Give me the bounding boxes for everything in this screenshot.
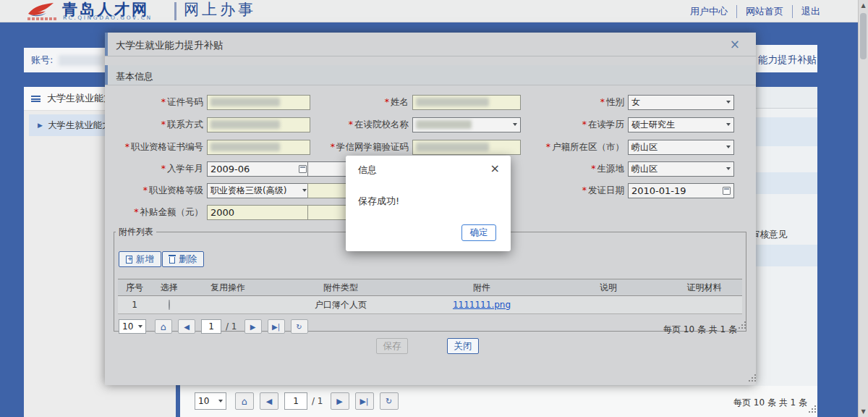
menu-icon (31, 96, 41, 102)
nav-site-home[interactable]: 网站首页 (736, 5, 783, 18)
gender-select[interactable]: 女 (628, 95, 734, 110)
cert-no-input[interactable] (207, 140, 310, 155)
chevron-down-icon (138, 325, 142, 328)
att-page-count: / 1 (226, 321, 237, 332)
bg-first-page-button[interactable]: ⌂ (235, 392, 254, 410)
issue-date-input[interactable]: 2010-01-19 (628, 183, 734, 198)
modal-title: 大学生就业能力提升补贴 (116, 39, 224, 52)
vertical-scrollbar[interactable]: ▲ ▼ (858, 0, 868, 417)
att-first-page-button[interactable]: ⌂ (155, 319, 172, 334)
att-prev-page-button[interactable]: ◀ (178, 319, 195, 334)
resize-grip-icon[interactable] (739, 327, 740, 329)
att-page-input[interactable]: 1 (201, 319, 221, 334)
header-nav: 用户中心 网站首页 退出 (690, 5, 820, 18)
background-pagination-bar: 10 ⌂ ◀ 1 / 1 ▶ ▶| ↻ 每页 10 条 共 1 条 (180, 386, 817, 417)
row-select-radio[interactable] (169, 300, 170, 310)
home-icon: ⌂ (161, 322, 166, 332)
bg-page-size-select[interactable]: 10 (195, 392, 226, 410)
origin-select[interactable]: 崂山区 (628, 161, 734, 177)
account-value-redacted (59, 55, 103, 66)
calendar-icon[interactable] (299, 165, 307, 173)
field-gender: 性别 女 (528, 94, 734, 110)
enroll-date-input[interactable]: 2009-06 (207, 161, 310, 177)
caret-right-icon: ▶ (38, 122, 43, 129)
attachment-table: 序号 选择 复用操作 附件类型 附件 说明 证明材料 1 户口簿个人页 1111… (118, 279, 742, 314)
field-cert-level: 职业资格等级 职业资格三级(高级) (114, 182, 310, 198)
field-name: 姓名 (307, 94, 521, 110)
att-next-page-button[interactable]: ▶ (244, 319, 262, 334)
refresh-icon: ↻ (386, 397, 392, 406)
attachment-list-legend: 附件列表 (116, 226, 156, 238)
bg-page-input[interactable]: 1 (284, 392, 307, 410)
dialog-message: 保存成功! (358, 195, 399, 208)
add-attachment-button[interactable]: 新增 (119, 251, 161, 267)
last-page-icon: ▶| (359, 397, 368, 406)
cert-level-select[interactable]: 职业资格三级(高级) (207, 183, 310, 198)
modal-close-icon[interactable]: × (730, 37, 740, 51)
resize-grip-icon[interactable] (809, 411, 810, 413)
dialog-close-icon[interactable]: × (490, 161, 500, 175)
brand-divider (174, 2, 176, 20)
chevron-down-icon (726, 101, 731, 104)
brand-domain: RC.QINGDAO.GOV.CN (63, 14, 153, 21)
chevron-down-icon (726, 123, 731, 126)
nav-user-center[interactable]: 用户中心 (690, 5, 728, 18)
attachment-table-row: 1 户口簿个人页 1111111.png (118, 296, 742, 314)
field-education: 在读学历 硕士研究生 (528, 117, 734, 132)
field-subsidy-amount: 补贴金额（元） 2000 (114, 204, 310, 220)
education-select[interactable]: 硕士研究生 (628, 117, 734, 132)
bg-prev-page-button[interactable]: ◀ (260, 392, 278, 410)
name-input[interactable] (412, 95, 521, 110)
scrollbar-thumb[interactable] (860, 13, 867, 59)
chsi-code-input[interactable] (412, 140, 521, 155)
brand-service-title: 网上办事 (184, 0, 256, 20)
refresh-icon: ↻ (296, 323, 302, 331)
att-page-size-select[interactable]: 10 (119, 319, 146, 334)
attachment-pager: 10 ⌂ ◀ 1 / 1 ▶ ▶| ↻ (119, 319, 314, 334)
attachment-link[interactable]: 1111111.png (453, 300, 511, 310)
chevron-down-icon (726, 167, 731, 170)
att-pager-summary: 每页 10 条 共 1 条 (663, 324, 737, 336)
basic-info-section-header: 基本信息 (105, 65, 756, 85)
bg-pager: 10 ⌂ ◀ 1 / 1 ▶ ▶| ↻ (195, 392, 404, 410)
bg-last-page-button[interactable]: ▶| (355, 392, 374, 410)
bg-pager-summary: 每页 10 条 共 1 条 (733, 397, 807, 409)
attachment-table-header: 序号 选择 复用操作 附件类型 附件 说明 证明材料 (118, 279, 742, 296)
delete-attachment-button[interactable]: 删除 (162, 251, 204, 267)
field-contact: 联系方式 (114, 117, 310, 132)
save-button[interactable]: 保存 (376, 338, 408, 354)
field-school: 在读院校名称 (307, 117, 521, 132)
resize-grip-icon[interactable] (749, 380, 750, 382)
field-id-number: 证件号码 (114, 94, 310, 110)
id-number-input[interactable] (207, 95, 310, 110)
message-dialog: 信息 × 保存成功! 确定 (346, 156, 511, 251)
bg-refresh-button[interactable]: ↻ (380, 392, 399, 410)
chevron-down-icon (513, 123, 517, 126)
chevron-down-icon (726, 146, 731, 148)
field-chsi-code: 学信网学籍验证码 (307, 139, 521, 155)
calendar-icon[interactable] (723, 187, 731, 195)
next-icon: ▶ (336, 397, 342, 406)
nav-logout[interactable]: 退出 (792, 5, 820, 18)
field-origin: 生源地 崂山区 (528, 161, 734, 177)
school-select[interactable] (412, 117, 521, 132)
contact-input[interactable] (207, 117, 310, 132)
household-district-select[interactable]: 崂山区 (628, 140, 734, 155)
dialog-title: 信息 (358, 164, 377, 177)
row-number: 1 (118, 300, 151, 310)
next-icon: ▶ (250, 323, 256, 331)
chevron-down-icon (302, 189, 307, 192)
home-icon: ⌂ (242, 397, 247, 406)
close-button[interactable]: 关闭 (447, 338, 479, 354)
chevron-down-icon (218, 400, 223, 403)
last-page-icon: ▶| (272, 323, 280, 331)
att-refresh-button[interactable]: ↻ (291, 319, 308, 334)
bg-next-page-button[interactable]: ▶ (331, 392, 349, 410)
subsidy-amount-input[interactable]: 2000 (207, 205, 310, 220)
dialog-ok-button[interactable]: 确定 (461, 224, 496, 241)
att-last-page-button[interactable]: ▶| (268, 319, 285, 334)
scroll-up-icon[interactable]: ▲ (859, 2, 868, 9)
prev-icon: ◀ (184, 323, 190, 331)
page-title: 能力提升补贴 (758, 54, 817, 67)
scroll-down-icon[interactable]: ▼ (859, 408, 868, 415)
